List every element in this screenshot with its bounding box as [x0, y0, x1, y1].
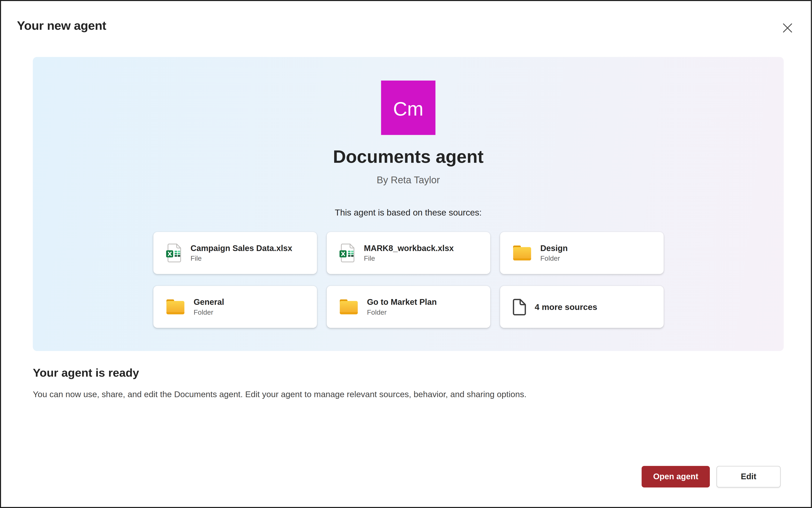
source-text: Go to Market Plan Folder	[367, 297, 437, 317]
status-heading: Your agent is ready	[33, 365, 139, 380]
source-type: Folder	[540, 255, 568, 263]
dialog-title: Your new agent	[17, 18, 106, 34]
source-card: Design Folder	[500, 232, 664, 274]
footer-actions: Open agent Edit	[642, 466, 781, 488]
close-icon	[782, 23, 792, 33]
source-name: Go to Market Plan	[367, 297, 437, 307]
new-agent-dialog: Your new agent Cm Documents agent By Ret…	[0, 0, 812, 508]
folder-icon	[339, 299, 358, 315]
source-text: 4 more sources	[535, 302, 597, 312]
edit-button[interactable]: Edit	[717, 466, 781, 488]
source-type: File	[191, 255, 292, 263]
source-type: File	[364, 255, 454, 263]
source-card: MARK8_workback.xlsx File	[326, 232, 490, 274]
sources-grid: Campaign Sales Data.xlsx File	[153, 232, 664, 328]
folder-icon	[165, 299, 185, 315]
agent-avatar: Cm	[381, 81, 436, 135]
source-card: 4 more sources	[500, 286, 664, 328]
folder-icon	[512, 245, 532, 261]
source-text: Design Folder	[540, 243, 568, 263]
source-name: General	[194, 297, 224, 307]
agent-byline: By Reta Taylor	[377, 173, 440, 186]
open-agent-button[interactable]: Open agent	[642, 466, 710, 488]
source-text: Campaign Sales Data.xlsx File	[191, 243, 292, 263]
sources-intro-label: This agent is based on these sources:	[335, 207, 482, 219]
source-name: Campaign Sales Data.xlsx	[191, 243, 292, 253]
source-card: Campaign Sales Data.xlsx File	[153, 232, 317, 274]
source-text: General Folder	[194, 297, 224, 317]
viewport: Your new agent Cm Documents agent By Ret…	[0, 0, 812, 508]
excel-file-icon	[165, 243, 182, 263]
agent-hero-card: Cm Documents agent By Reta Taylor This a…	[33, 57, 784, 351]
source-name: 4 more sources	[535, 302, 597, 312]
source-type: Folder	[194, 308, 224, 317]
agent-name: Documents agent	[333, 146, 484, 167]
source-card: General Folder	[153, 286, 317, 328]
source-card: Go to Market Plan Folder	[326, 286, 490, 328]
document-icon	[512, 298, 526, 315]
source-type: Folder	[367, 308, 437, 317]
excel-file-icon	[339, 243, 355, 263]
source-name: MARK8_workback.xlsx	[364, 243, 454, 253]
source-text: MARK8_workback.xlsx File	[364, 243, 454, 263]
status-description: You can now use, share, and edit the Doc…	[33, 388, 527, 400]
source-name: Design	[540, 243, 568, 253]
close-button[interactable]	[779, 19, 796, 36]
avatar-initials: Cm	[393, 97, 423, 119]
